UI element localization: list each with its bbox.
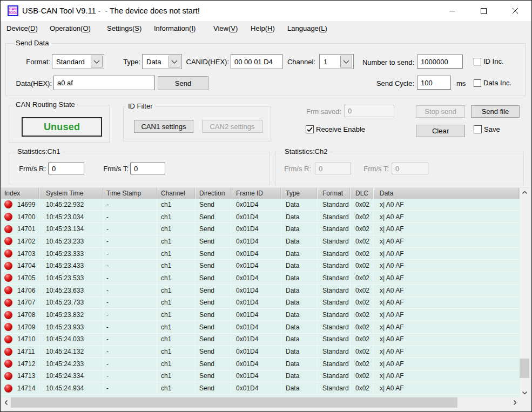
table-row[interactable]: 14709 10:45:23.933 - ch1 Send 0x01D4 Dat… <box>1 321 520 334</box>
red-ball-icon <box>4 348 12 356</box>
cell-format: Standard <box>318 248 351 260</box>
cell-system-time: 10:45:23.433 <box>39 260 103 272</box>
table-row[interactable]: 14714 10:45:24.934 - ch1 Send 0x01D4 Dat… <box>1 382 520 395</box>
cell-type: Data <box>281 334 318 346</box>
scroll-right-button[interactable] <box>510 397 520 408</box>
table-row[interactable]: 14703 10:45:23.333 - ch1 Send 0x01D4 Dat… <box>1 248 520 260</box>
red-ball-icon <box>4 249 12 258</box>
menu-item-label: View( <box>213 24 231 32</box>
cell-frame-id: 0x01D4 <box>231 199 281 211</box>
table-row[interactable]: 14707 10:45:23.733 - ch1 Send 0x01D4 Dat… <box>1 297 520 309</box>
cell-channel: ch1 <box>157 321 196 334</box>
ms-label: ms <box>456 79 466 87</box>
column-header-format[interactable]: Format <box>318 188 351 199</box>
column-header-direction[interactable]: Direction <box>196 188 231 199</box>
table-row[interactable]: 14700 10:45:23.034 - ch1 Send 0x01D4 Dat… <box>1 211 520 224</box>
cell-channel: ch1 <box>157 223 196 235</box>
app-window: CAN TOOL USB-CAN Tool V9.11 - - The devi… <box>0 0 532 412</box>
can2-settings-button[interactable]: CAN2 settings <box>202 120 262 133</box>
table-row[interactable]: 14712 10:45:24.233 - ch1 Send 0x01D4 Dat… <box>1 358 520 370</box>
table-row[interactable]: 14699 10:45:22.932 - ch1 Send 0x01D4 Dat… <box>1 199 520 211</box>
cell-channel: ch1 <box>157 248 196 260</box>
data-hex-input[interactable]: a0 af <box>53 76 155 90</box>
data-inc-checkbox[interactable]: Data Inc. <box>474 79 511 87</box>
cell-format: Standard <box>318 235 351 248</box>
stats-ch1-t-label: Frm/s T: <box>96 165 129 173</box>
save-checkbox[interactable]: Save <box>474 125 500 133</box>
checkbox-box <box>474 79 481 87</box>
send-button[interactable]: Send <box>158 76 208 90</box>
cell-type: Data <box>281 321 318 334</box>
table-row[interactable]: 14704 10:45:23.433 - ch1 Send 0x01D4 Dat… <box>1 260 520 272</box>
menu-item-label: Language( <box>287 24 321 32</box>
table-row[interactable]: 14705 10:45:23.533 - ch1 Send 0x01D4 Dat… <box>1 272 520 285</box>
menu-item-hotkey: O <box>83 24 88 32</box>
send-cycle-input[interactable]: 100 <box>417 76 451 90</box>
stop-send-button[interactable]: Stop send <box>416 105 465 118</box>
table-row[interactable]: 14702 10:45:23.233 - ch1 Send 0x01D4 Dat… <box>1 235 520 248</box>
check-icon <box>307 127 313 132</box>
red-ball-icon <box>4 299 12 307</box>
table-row[interactable]: 14713 10:45:24.334 - ch1 Send 0x01D4 Dat… <box>1 370 520 383</box>
stats-ch1-r-input[interactable]: 0 <box>48 163 84 174</box>
id-inc-checkbox[interactable]: ID Inc. <box>474 57 504 65</box>
cell-data: x| A0 AF <box>374 235 519 248</box>
column-header-data[interactable]: Data <box>374 188 519 199</box>
cell-time-stamp: - <box>103 199 157 211</box>
scroll-up-button[interactable] <box>520 188 529 197</box>
vertical-scroll-thumb[interactable] <box>520 359 529 378</box>
channel-combobox[interactable]: 1 <box>319 54 354 69</box>
column-header-dlc[interactable]: DLC <box>351 188 374 199</box>
format-combobox[interactable]: Standard <box>52 54 104 69</box>
column-header-channel[interactable]: Channel <box>157 188 196 199</box>
table-row[interactable]: 14701 10:45:23.134 - ch1 Send 0x01D4 Dat… <box>1 223 520 235</box>
column-header-system-time[interactable]: System Time <box>39 188 103 199</box>
cell-index: 14701 <box>1 223 39 235</box>
id-inc-label: ID Inc. <box>483 57 504 65</box>
maximize-button[interactable] <box>472 1 496 21</box>
send-file-button[interactable]: Send file <box>471 105 520 118</box>
scroll-down-button[interactable] <box>520 388 529 397</box>
statistics-ch2-legend: Statistics:Ch2 <box>282 148 329 156</box>
stats-ch1-t-input[interactable]: 0 <box>130 163 165 174</box>
cell-type: Data <box>281 211 318 224</box>
column-header-frame-id[interactable]: Frame ID <box>231 188 281 199</box>
minimize-button[interactable] <box>440 1 464 21</box>
scroll-left-button[interactable] <box>1 397 11 408</box>
stats-ch2-t-input: 0 <box>392 163 428 174</box>
column-header-index[interactable]: Index <box>1 188 39 199</box>
horizontal-scroll-thumb[interactable] <box>11 397 457 408</box>
cell-system-time: 10:45:23.633 <box>39 285 103 297</box>
cell-channel: ch1 <box>157 334 196 346</box>
cell-direction: Send <box>196 309 231 321</box>
table-row[interactable]: 14711 10:45:24.132 - ch1 Send 0x01D4 Dat… <box>1 346 520 358</box>
table-row[interactable]: 14708 10:45:23.832 - ch1 Send 0x01D4 Dat… <box>1 309 520 321</box>
close-button[interactable] <box>503 1 527 21</box>
can1-settings-button[interactable]: CAN1 settings <box>134 120 193 133</box>
channel-dropdown-button[interactable] <box>340 56 352 67</box>
menu-item[interactable]: Device(D) <box>6 21 38 36</box>
menu-item[interactable]: Operation(O) <box>50 21 91 36</box>
menu-item[interactable]: Help(H) <box>251 21 275 36</box>
column-header-type[interactable]: Type <box>281 188 318 199</box>
receive-enable-checkbox[interactable]: Receive Enable <box>306 125 365 133</box>
column-header-time-stamp[interactable]: Time Stamp <box>103 188 157 199</box>
vertical-scrollbar[interactable] <box>520 188 529 397</box>
cell-direction: Send <box>196 358 231 370</box>
clear-button[interactable]: Clear <box>416 125 465 137</box>
horizontal-scrollbar[interactable] <box>1 397 520 408</box>
menu-item[interactable]: Language(L) <box>287 21 327 36</box>
red-ball-icon <box>4 262 12 270</box>
menu-bar: Device(D) Operation(O) Settings(S) Infor… <box>1 21 531 36</box>
menu-item[interactable]: View(V) <box>213 21 238 36</box>
menu-item[interactable]: Information(I) <box>154 21 196 36</box>
table-row[interactable]: 14710 10:45:24.033 - ch1 Send 0x01D4 Dat… <box>1 334 520 346</box>
menu-item[interactable]: Settings(S) <box>107 21 142 36</box>
number-to-send-input[interactable]: 1000000 <box>417 55 463 69</box>
cell-frame-id: 0x01D4 <box>231 334 281 346</box>
cell-index: 14705 <box>1 272 39 285</box>
cell-system-time: 10:45:22.932 <box>39 199 103 211</box>
cell-frame-id: 0x01D4 <box>231 223 281 235</box>
table-row[interactable]: 14706 10:45:23.633 - ch1 Send 0x01D4 Dat… <box>1 285 520 297</box>
cell-data: x| A0 AF <box>374 297 519 309</box>
